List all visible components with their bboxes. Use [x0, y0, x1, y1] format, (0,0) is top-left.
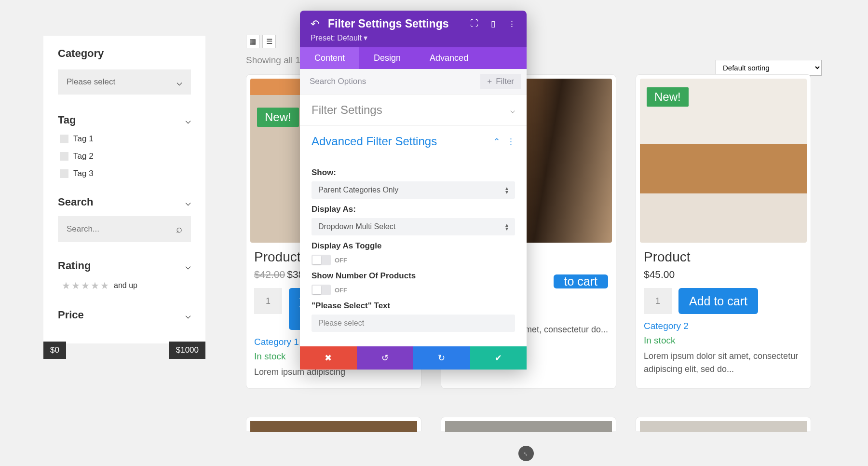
product-image[interactable]: New!: [640, 79, 807, 243]
product-image[interactable]: [640, 421, 807, 432]
display-toggle-switch[interactable]: OFF: [312, 255, 515, 265]
tag-label: Tag 3: [73, 169, 94, 178]
more-icon[interactable]: ⋮: [508, 19, 516, 29]
category-heading: Category: [58, 47, 191, 60]
undo-icon: ↺: [381, 353, 389, 363]
checkbox-icon[interactable]: [60, 152, 68, 161]
product-image[interactable]: [445, 421, 612, 432]
show-number-switch[interactable]: OFF: [312, 285, 515, 295]
search-icon[interactable]: ⌕: [176, 223, 182, 235]
star-icon: ★: [62, 280, 70, 291]
star-group: ★ ★ ★ ★ ★: [62, 280, 109, 291]
tab-design[interactable]: Design: [359, 47, 415, 69]
category-select[interactable]: Please select ⌵: [58, 69, 191, 95]
product-card: [441, 417, 616, 431]
price-max-badge[interactable]: $1000: [169, 342, 205, 359]
redo-icon: ↻: [438, 353, 445, 363]
search-input[interactable]: [67, 224, 176, 234]
back-icon[interactable]: ↶: [311, 18, 319, 30]
tag-item[interactable]: Tag 1: [60, 134, 191, 144]
select-arrows-icon: ▴▾: [505, 186, 508, 194]
redo-button[interactable]: ↻: [413, 346, 470, 370]
rating-section-header[interactable]: Rating ⌵: [58, 260, 191, 272]
star-icon: ★: [81, 280, 90, 291]
toggle-icon: [312, 285, 331, 295]
show-number-label: Show Number Of Products: [312, 271, 515, 281]
next-row-preview: [246, 417, 825, 431]
old-price: $42.00: [254, 269, 285, 280]
display-as-select[interactable]: Dropdown Multi Select ▴▾: [312, 218, 515, 235]
undo-button[interactable]: ↺: [357, 346, 414, 370]
price-min-badge[interactable]: $0: [43, 342, 66, 359]
section-advanced-filter-settings[interactable]: Advanced Filter Settings ⌃ ⋮: [300, 126, 527, 157]
tag-item[interactable]: Tag 2: [60, 151, 191, 161]
section-filter-settings[interactable]: Filter Settings ⌵: [300, 95, 527, 126]
search-heading: Search: [58, 196, 93, 208]
toggle-icon: [312, 255, 331, 265]
add-to-cart-button[interactable]: Add to cart: [678, 288, 758, 314]
chevron-down-icon: ⌵: [185, 114, 191, 126]
modal-title: Filter Settings Settings: [328, 17, 461, 30]
tab-content[interactable]: Content: [300, 47, 359, 69]
display-toggle-label: Display As Toggle: [312, 241, 515, 251]
show-label: Show:: [312, 168, 515, 178]
search-field-wrap: ⌕: [58, 216, 191, 242]
tab-advanced[interactable]: Advanced: [415, 47, 483, 69]
filter-sidebar: Category Please select ⌵ Tag ⌵ Tag 1 Tag…: [43, 36, 205, 343]
save-button[interactable]: ✔: [470, 346, 527, 370]
tablet-icon[interactable]: ▯: [491, 19, 495, 29]
rating-row[interactable]: ★ ★ ★ ★ ★ and up: [62, 280, 191, 291]
tag-item[interactable]: Tag 3: [60, 169, 191, 178]
section-title: Advanced Filter Settings: [312, 135, 437, 148]
chevron-down-icon: ⌵: [510, 105, 515, 115]
product-category-link[interactable]: Category 2: [644, 321, 803, 331]
tag-section-header[interactable]: Tag ⌵: [58, 114, 191, 126]
quantity-input[interactable]: [254, 288, 282, 314]
caret-down-icon: ▾: [364, 34, 367, 42]
list-icon: ☰: [266, 37, 272, 46]
search-options-label[interactable]: Search Options: [310, 77, 366, 86]
product-title[interactable]: Product: [644, 249, 803, 265]
quantity-input[interactable]: [644, 288, 672, 314]
add-filter-button[interactable]: + Filter: [480, 74, 521, 89]
resize-handle-icon[interactable]: ↔: [515, 442, 537, 464]
product-card: [636, 417, 811, 431]
chevron-down-icon: ⌵: [176, 76, 182, 88]
product-image[interactable]: [250, 421, 417, 432]
chevron-down-icon: ⌵: [185, 260, 191, 272]
grid-view-button[interactable]: ▦: [246, 35, 259, 48]
more-icon[interactable]: ⋮: [507, 137, 515, 147]
price-heading: Price: [58, 309, 84, 321]
sort-select[interactable]: Default sorting: [716, 60, 822, 76]
modal-body: Filter Settings ⌵ Advanced Filter Settin…: [300, 95, 527, 346]
cancel-button[interactable]: ✖: [300, 346, 357, 370]
show-select[interactable]: Parent Categories Only ▴▾: [312, 181, 515, 199]
modal-footer: ✖ ↺ ↻ ✔: [300, 346, 527, 370]
new-badge: New!: [257, 108, 299, 127]
section-title: Filter Settings: [312, 103, 382, 117]
preset-label: Preset: Default: [311, 34, 362, 42]
list-view-button[interactable]: ☰: [262, 35, 276, 48]
star-icon: ★: [71, 280, 80, 291]
search-options-row: Search Options + Filter: [300, 69, 527, 95]
search-section-header[interactable]: Search ⌵: [58, 196, 191, 208]
star-icon: ★: [100, 280, 109, 291]
form-area: Show: Parent Categories Only ▴▾ Display …: [300, 157, 527, 346]
preset-selector[interactable]: Preset: Default ▾: [311, 33, 516, 42]
modal-header: ↶ Filter Settings Settings ⛶ ▯ ⋮ Preset:…: [300, 11, 527, 47]
expand-icon[interactable]: ⛶: [470, 19, 478, 29]
product-description: Lorem ipsum dolor sit amet, consectetur …: [644, 350, 803, 376]
price-section-header[interactable]: Price ⌵: [58, 309, 191, 321]
select-arrows-icon: ▴▾: [505, 223, 508, 231]
cart-row: Add to cart: [644, 288, 803, 314]
rating-suffix: and up: [114, 281, 137, 290]
please-select-input[interactable]: [312, 315, 515, 332]
product-card: [246, 417, 421, 431]
checkbox-icon[interactable]: [60, 135, 68, 143]
new-badge: New!: [647, 87, 689, 107]
tag-label: Tag 1: [73, 134, 94, 144]
star-icon: ★: [91, 280, 99, 291]
checkbox-icon[interactable]: [60, 169, 68, 178]
add-to-cart-button[interactable]: to cart: [554, 274, 608, 288]
product-card: New! Product $45.00 Add to cart Category…: [636, 74, 811, 389]
